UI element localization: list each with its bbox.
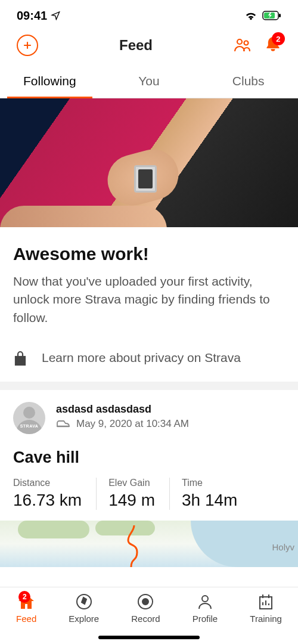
stat-label: Distance (13, 478, 82, 488)
shoe-icon (56, 419, 70, 429)
nav-record[interactable]: Record (131, 593, 160, 630)
map-place-label: Holyv (272, 542, 294, 552)
user-name[interactable]: asdasd asdasdasd (56, 403, 189, 416)
nav-feed[interactable]: 2 Feed (16, 593, 36, 630)
location-icon (51, 11, 60, 20)
hero-title: Awesome work! (13, 244, 285, 264)
nav-label: Profile (193, 614, 218, 624)
status-time: 09:41 (17, 9, 60, 23)
hero-image (0, 98, 298, 227)
home-indicator[interactable] (98, 636, 200, 639)
section-divider (0, 382, 298, 390)
page-title: Feed (119, 37, 153, 54)
feed-tabs: Following You Clubs (0, 64, 298, 98)
nav-training[interactable]: Training (250, 593, 282, 630)
training-icon (258, 593, 274, 610)
svg-point-9 (142, 599, 148, 605)
route-path-icon (116, 525, 146, 567)
svg-point-4 (244, 41, 248, 45)
plus-icon (21, 39, 33, 51)
tab-clubs[interactable]: Clubs (198, 64, 298, 98)
activity-card[interactable]: STRAVA asdasd asdasdasd May 9, 2020 at 1… (0, 390, 298, 510)
nav-label: Training (250, 614, 282, 624)
activity-meta: asdasd asdasdasd May 9, 2020 at 10:34 AM (56, 402, 189, 434)
status-icons (244, 10, 281, 21)
nav-explore[interactable]: Explore (69, 593, 99, 630)
activity-map[interactable]: Holyv (0, 521, 298, 567)
stat-value: 16.73 km (13, 491, 82, 510)
add-button[interactable] (17, 35, 38, 56)
status-bar: 09:41 (0, 0, 298, 30)
top-actions: 2 (234, 36, 281, 55)
lock-icon (13, 349, 27, 366)
activity-header: STRAVA asdasd asdasdasd May 9, 2020 at 1… (13, 402, 285, 434)
activity-stats: Distance 16.73 km Elev Gain 149 m Time 3… (13, 478, 285, 510)
avatar[interactable]: STRAVA (13, 402, 45, 434)
wifi-icon (244, 10, 257, 21)
stat-elev: Elev Gain 149 m (96, 478, 169, 510)
notifications-badge: 2 (272, 32, 285, 45)
avatar-placeholder-label: STRAVA (13, 424, 45, 428)
svg-rect-2 (279, 14, 281, 17)
nav-profile[interactable]: Profile (193, 593, 218, 630)
top-bar: Feed 2 (0, 30, 298, 64)
record-icon (137, 593, 154, 610)
stat-value: 149 m (108, 491, 155, 510)
privacy-link[interactable]: Learn more about privacy on Strava (0, 338, 298, 382)
nav-label: Record (131, 614, 160, 624)
stat-value: 3h 14m (182, 491, 237, 510)
stat-distance: Distance 16.73 km (13, 478, 96, 510)
notifications-button[interactable]: 2 (265, 36, 281, 55)
activity-date-row: May 9, 2020 at 10:34 AM (56, 418, 189, 430)
stat-label: Time (182, 478, 237, 488)
stat-time: Time 3h 14m (169, 478, 252, 510)
activity-date: May 9, 2020 at 10:34 AM (76, 418, 189, 430)
profile-icon (197, 593, 213, 610)
activity-title: Cave hill (13, 448, 285, 467)
compass-icon (76, 593, 92, 610)
hero-card: Awesome work! Now that you've uploaded y… (0, 227, 298, 338)
stat-label: Elev Gain (108, 478, 155, 488)
battery-icon (262, 11, 281, 20)
nav-label: Feed (16, 614, 36, 624)
tab-you[interactable]: You (100, 64, 199, 98)
privacy-text: Learn more about privacy on Strava (42, 351, 241, 365)
nav-label: Explore (69, 614, 99, 624)
svg-point-10 (202, 596, 208, 602)
time-text: 09:41 (17, 9, 47, 23)
hero-text: Now that you've uploaded your first acti… (13, 273, 285, 327)
svg-point-3 (237, 39, 242, 44)
tab-following[interactable]: Following (0, 64, 100, 98)
svg-rect-6 (19, 360, 21, 361)
find-friends-icon[interactable] (234, 38, 252, 52)
